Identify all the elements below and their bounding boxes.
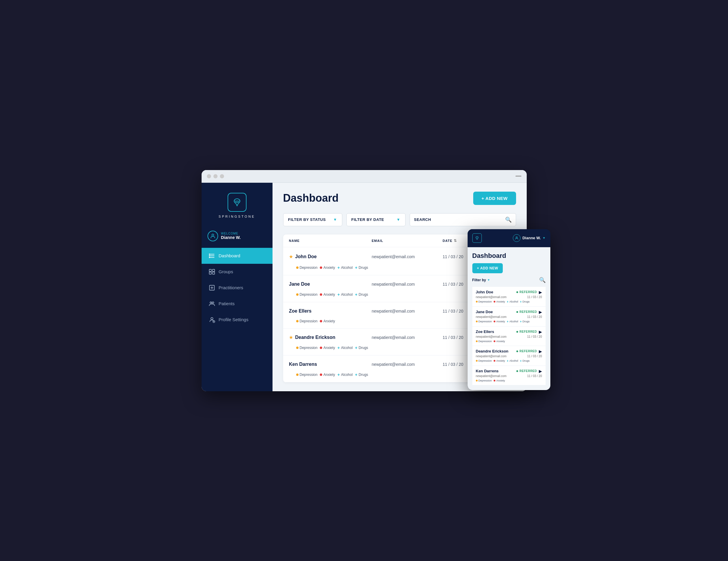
avatar xyxy=(207,231,218,241)
mobile-overlay: Dianne W. ▼ Dashboard + ADD NEW Filter b… xyxy=(468,229,550,390)
mobile-expand-icon[interactable]: ▶ xyxy=(539,290,542,295)
welcome-label: WELCOME xyxy=(221,232,241,235)
tag-drugs: + Drugs xyxy=(355,264,368,271)
mobile-list-item: Jane Doe REFERRED ▶ newpatient@email.com… xyxy=(472,307,546,327)
mobile-expand-icon[interactable]: ▶ xyxy=(539,330,542,334)
patient-email: newpatient@email.com xyxy=(372,362,443,367)
sidebar-item-dashboard[interactable]: Dashboard xyxy=(202,248,273,264)
tag-plus-icon: + xyxy=(355,346,357,350)
mobile-list-item: John Doe REFERRED ▶ newpatient@email.com… xyxy=(472,287,546,307)
mobile-tag-dot xyxy=(494,360,495,362)
tag-dot-anxiety xyxy=(320,266,322,269)
sidebar-item-groups[interactable]: Groups xyxy=(202,264,273,280)
mobile-row-mid: newpatient@email.com 11 / 03 / 20 xyxy=(476,315,542,319)
mobile-status-badge: REFERRED xyxy=(516,291,537,294)
star-icon[interactable]: ★ xyxy=(289,335,293,340)
mobile-patient-name: John Doe xyxy=(476,290,493,294)
patient-name: Jane Doe xyxy=(289,282,372,287)
svg-rect-10 xyxy=(209,272,211,274)
nav-items: Dashboard Groups xyxy=(202,248,273,384)
tag-plus-icon: + xyxy=(338,292,340,297)
mobile-tag-dot xyxy=(494,301,495,303)
tag-alcohol: + Alcohol xyxy=(338,345,353,351)
tag-drugs: + Drugs xyxy=(355,372,368,378)
mobile-expand-icon[interactable]: ▶ xyxy=(539,349,542,354)
mobile-patient-email: newpatient@email.com xyxy=(476,375,507,378)
tag-plus-icon: + xyxy=(338,265,340,270)
mobile-tag-depression: Depression xyxy=(476,300,492,304)
mobile-row-top: Jane Doe REFERRED ▶ xyxy=(476,310,542,315)
sidebar-item-patients[interactable]: Patients xyxy=(202,296,273,312)
mobile-tags: Depression Anxiety + Alcohol + Drugs xyxy=(476,359,542,363)
sidebar-item-groups-label: Groups xyxy=(219,269,233,274)
mobile-tag-alcohol: + Alcohol xyxy=(507,300,518,304)
filter-status-label: FILTER BY STATUS xyxy=(288,217,326,222)
tag-alcohol: + Alcohol xyxy=(338,264,353,271)
sidebar-item-practitioners[interactable]: Practitioners xyxy=(202,280,273,296)
patient-email: newpatient@email.com xyxy=(372,335,443,340)
patient-name: ★ John Doe xyxy=(289,254,372,259)
tag-plus-icon: + xyxy=(355,265,357,270)
mobile-status-dot xyxy=(516,291,518,293)
filter-date-select[interactable]: FILTER BY DATE ▼ xyxy=(346,213,406,226)
patient-name: ★ Deandre Erickson xyxy=(289,335,372,340)
mobile-patient-date: 11 / 03 / 20 xyxy=(527,296,542,299)
logo-text: SPRINGSTONE xyxy=(219,215,255,218)
mobile-filter-row: Filter by ▼ 🔍 xyxy=(472,277,546,283)
mobile-tag-dot xyxy=(476,301,478,303)
mobile-status-badge: REFERRED xyxy=(516,350,537,353)
search-box[interactable]: 🔍 xyxy=(410,213,516,226)
tag-anxiety: Anxiety xyxy=(320,291,335,298)
sidebar-item-profile-settings[interactable]: Profile Settings xyxy=(202,312,273,328)
tag-anxiety: Anxiety xyxy=(320,318,335,324)
tag-alcohol: + Alcohol xyxy=(338,291,353,298)
tag-dot-depression xyxy=(296,294,299,296)
svg-point-22 xyxy=(516,236,518,238)
fullscreen-dot[interactable] xyxy=(220,174,224,178)
mobile-patient-name: Zoe Ellers xyxy=(476,330,494,334)
mobile-status-dot xyxy=(516,311,518,313)
svg-point-21 xyxy=(476,237,477,238)
mobile-tag-anxiety: Anxiety xyxy=(494,379,505,382)
mobile-header: Dianne W. ▼ xyxy=(468,229,550,247)
mobile-expand-icon[interactable]: ▶ xyxy=(539,310,542,315)
patient-email: newpatient@email.com xyxy=(372,254,443,259)
mobile-list-item: Deandre Erickson REFERRED ▶ newpatient@e… xyxy=(472,346,546,366)
mobile-patient-email: newpatient@email.com xyxy=(476,296,507,299)
mobile-tag-plus-icon: + xyxy=(507,320,509,323)
mobile-tags: Depression Anxiety + Alcohol + Drugs xyxy=(476,300,542,304)
tag-anxiety: Anxiety xyxy=(320,264,335,271)
mobile-row-top: Zoe Ellers REFERRED ▶ xyxy=(476,330,542,334)
mobile-row-mid: newpatient@email.com 11 / 03 / 20 xyxy=(476,335,542,338)
sidebar-user: WELCOME Dianne W. xyxy=(202,227,273,245)
tag-dot-depression xyxy=(296,347,299,349)
mobile-patient-date: 11 / 03 / 20 xyxy=(527,335,542,338)
tag-depression: Depression xyxy=(296,291,318,298)
search-icon: 🔍 xyxy=(505,216,512,223)
mobile-add-new-button[interactable]: + ADD NEW xyxy=(472,263,503,273)
mobile-tag-drugs: + Drugs xyxy=(520,320,530,323)
filter-status-select[interactable]: FILTER BY STATUS ▼ xyxy=(283,213,342,226)
mobile-tag-anxiety: Anxiety xyxy=(494,359,505,363)
logo-icon xyxy=(228,193,247,212)
tag-anxiety: Anxiety xyxy=(320,345,335,351)
mobile-patient-name: Ken Darrens xyxy=(476,369,499,373)
mobile-list-item: Ken Darrens REFERRED ▶ newpatient@email.… xyxy=(472,366,546,385)
mobile-patient-name: Jane Doe xyxy=(476,310,493,314)
mobile-filter-button[interactable]: Filter by ▼ xyxy=(472,278,490,282)
mobile-row-mid: newpatient@email.com 11 / 03 / 20 xyxy=(476,375,542,378)
star-icon[interactable]: ★ xyxy=(289,254,293,259)
search-input[interactable] xyxy=(414,217,505,222)
mobile-tags: Depression Anxiety xyxy=(476,340,542,343)
mobile-patient-name: Deandre Erickson xyxy=(476,349,509,354)
close-dot[interactable] xyxy=(207,174,211,178)
tag-depression: Depression xyxy=(296,372,318,378)
page-header: Dashboard + ADD NEW xyxy=(283,192,516,205)
mobile-tag-anxiety: Anxiety xyxy=(494,300,505,304)
mobile-expand-icon[interactable]: ▶ xyxy=(539,369,542,374)
minimize-dot[interactable] xyxy=(213,174,218,178)
tag-depression: Depression xyxy=(296,318,318,324)
mobile-search-icon[interactable]: 🔍 xyxy=(539,277,546,283)
add-new-button[interactable]: + ADD NEW xyxy=(473,192,516,205)
svg-rect-7 xyxy=(209,257,210,258)
